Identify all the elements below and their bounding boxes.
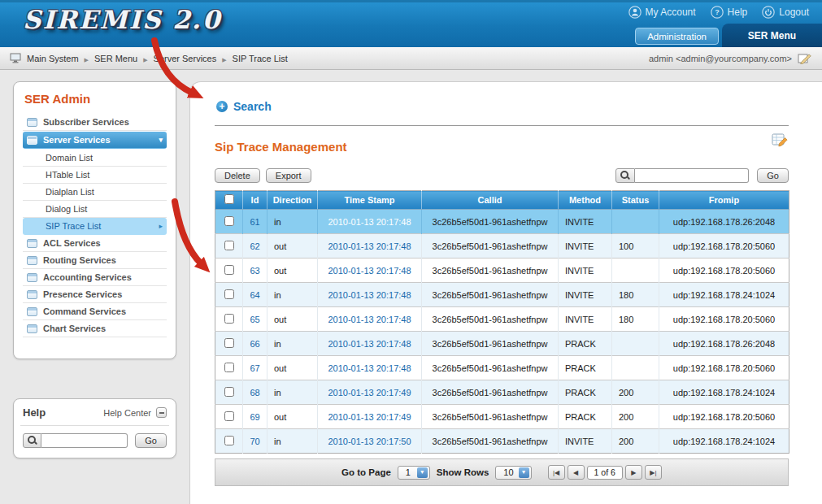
table-row[interactable]: 65out2010-01-13 20:17:483c26b5ef50d1-961… [215, 307, 789, 332]
col-method[interactable]: Method [559, 191, 612, 210]
breadcrumb-main-system[interactable]: Main System [27, 54, 79, 63]
table-row[interactable]: 63out2010-01-13 20:17:483c26b5ef50d1-961… [215, 259, 789, 283]
sidebar-subitem-dialplan-list[interactable]: Dialplan List [23, 184, 167, 201]
row-checkbox[interactable] [224, 387, 234, 397]
table-row[interactable]: 68in2010-01-13 20:17:493c26b5ef50d1-961a… [215, 380, 789, 405]
cell-timestamp[interactable]: 2010-01-13 20:17:49 [318, 380, 422, 405]
breadcrumb-server-services[interactable]: Server Services [154, 54, 217, 63]
chevron-down-icon [417, 467, 428, 478]
my-account-link[interactable]: My Account [628, 6, 696, 19]
cell-id: 65 [243, 307, 267, 332]
search-icon[interactable] [615, 168, 635, 183]
sidebar-item-chart-services[interactable]: Chart Services [23, 320, 167, 337]
table-row[interactable]: 70in2010-01-13 20:17:503c26b5ef50d1-961a… [215, 429, 789, 454]
cell-method: INVITE [559, 283, 612, 307]
export-button[interactable]: Export [266, 168, 311, 183]
row-checkbox[interactable] [224, 436, 234, 445]
sidebar-item-acl-services[interactable]: ACL Services [23, 235, 167, 252]
sidebar-subitem-sip-trace-list[interactable]: SIP Trace List▸ [23, 218, 167, 235]
cell-status: 200 [612, 405, 659, 429]
cell-timestamp[interactable]: 2010-01-13 20:17:48 [318, 307, 422, 332]
help-center-link[interactable]: Help Center [103, 408, 151, 418]
sidebar-subitem-domain-list[interactable]: Domain List [23, 150, 167, 167]
col-time-stamp[interactable]: Time Stamp [318, 191, 422, 210]
row-checkbox[interactable] [224, 363, 234, 372]
sidebar-item-presence-services[interactable]: Presence Services [23, 286, 167, 303]
help-panel: Help Help Center Go [13, 398, 176, 458]
my-account-label: My Account [646, 7, 696, 18]
cell-id: 68 [243, 380, 267, 405]
sidebar-item-command-services[interactable]: Command Services [23, 303, 167, 320]
ser-menu-tab[interactable]: SER Menu [722, 24, 822, 47]
cell-timestamp[interactable]: 2010-01-13 20:17:49 [318, 405, 422, 429]
compose-icon[interactable] [798, 52, 812, 64]
sidebar-item-accounting-services[interactable]: Accounting Services [23, 269, 167, 286]
pager-controls: |◀ ◀ 1 of 6 ▶ ▶| [548, 465, 662, 480]
cell-id: 61 [243, 210, 267, 234]
sidebar-subitem-htable-list[interactable]: HTable List [23, 167, 167, 184]
cell-timestamp[interactable]: 2010-01-13 20:17:48 [318, 210, 422, 234]
service-icon [27, 118, 37, 127]
rows-select[interactable]: 10 [495, 466, 531, 480]
cell-timestamp[interactable]: 2010-01-13 20:17:48 [318, 283, 422, 307]
row-checkbox-cell [215, 332, 243, 356]
report-edit-icon[interactable] [772, 133, 789, 148]
search-toggle[interactable]: Search [216, 100, 272, 113]
sidebar-item-routing-services[interactable]: Routing Services [23, 252, 167, 269]
show-rows-label: Show Rows [437, 467, 489, 477]
prev-page-button[interactable]: ◀ [568, 465, 585, 480]
sidebar-search-input[interactable] [41, 433, 128, 448]
col-status[interactable]: Status [612, 191, 659, 210]
delete-button[interactable]: Delete [215, 168, 260, 183]
row-checkbox[interactable] [224, 265, 234, 275]
breadcrumb-sip-trace-list[interactable]: SIP Trace List [233, 54, 288, 63]
help-link[interactable]: ? Help [711, 6, 748, 19]
plus-icon [216, 101, 228, 112]
search-icon[interactable] [23, 433, 41, 448]
col-id[interactable]: Id [243, 191, 267, 210]
cell-timestamp[interactable]: 2010-01-13 20:17:48 [318, 332, 422, 356]
row-checkbox[interactable] [224, 338, 234, 348]
last-page-button[interactable]: ▶| [645, 465, 662, 480]
row-checkbox[interactable] [224, 314, 234, 324]
row-checkbox-cell [215, 405, 243, 429]
cell-timestamp[interactable]: 2010-01-13 20:17:48 [318, 356, 422, 380]
sidebar-item-server-services[interactable]: Server Services▾ [23, 132, 167, 149]
divider [215, 125, 789, 126]
col-callid[interactable]: Callid [422, 191, 559, 210]
cell-status: 180 [612, 283, 659, 307]
table-row[interactable]: 64in2010-01-13 20:17:483c26b5ef50d1-961a… [215, 283, 789, 307]
row-checkbox[interactable] [224, 289, 234, 299]
cell-callid: 3c26b5ef50d1-961ashetfnpw [422, 259, 559, 283]
table-row[interactable]: 61in2010-01-13 20:17:483c26b5ef50d1-961a… [215, 210, 789, 234]
next-page-button[interactable]: ▶ [625, 465, 642, 480]
cell-timestamp[interactable]: 2010-01-13 20:17:48 [318, 234, 422, 259]
siremis-app: SIREMIS 2.0 My Account ? Help Logout Adm… [0, 0, 822, 504]
cell-timestamp[interactable]: 2010-01-13 20:17:50 [318, 429, 422, 454]
table-row[interactable]: 69out2010-01-13 20:17:493c26b5ef50d1-961… [215, 405, 789, 429]
table-row[interactable]: 67out2010-01-13 20:17:483c26b5ef50d1-961… [215, 356, 789, 380]
minimize-button[interactable] [156, 407, 167, 418]
logout-label: Logout [779, 7, 809, 18]
table-search-go-button[interactable]: Go [757, 168, 789, 183]
col-direction[interactable]: Direction [267, 191, 318, 210]
logout-link[interactable]: Logout [762, 6, 809, 19]
row-checkbox[interactable] [224, 241, 234, 250]
sidebar-subitem-dialog-list[interactable]: Dialog List [23, 201, 167, 218]
cell-timestamp[interactable]: 2010-01-13 20:17:48 [318, 259, 422, 283]
first-page-button[interactable]: |◀ [548, 465, 565, 480]
table-search-input[interactable] [635, 168, 749, 183]
row-checkbox[interactable] [224, 216, 234, 226]
col-fromip[interactable]: Fromip [659, 191, 789, 210]
administration-button[interactable]: Administration [635, 28, 719, 45]
sidebar-item-subscriber-services[interactable]: Subscriber Services [23, 114, 167, 131]
menu-label: Server Services [43, 135, 111, 145]
select-all-checkbox[interactable] [224, 194, 234, 204]
page-select[interactable]: 1 [398, 466, 430, 480]
cell-direction: out [267, 234, 318, 259]
sidebar-search-go-button[interactable]: Go [135, 433, 167, 448]
table-row[interactable]: 62out2010-01-13 20:17:483c26b5ef50d1-961… [215, 234, 789, 259]
table-row[interactable]: 66in2010-01-13 20:17:483c26b5ef50d1-961a… [215, 332, 789, 356]
breadcrumb-ser-menu[interactable]: SER Menu [94, 54, 137, 63]
row-checkbox[interactable] [224, 411, 234, 421]
